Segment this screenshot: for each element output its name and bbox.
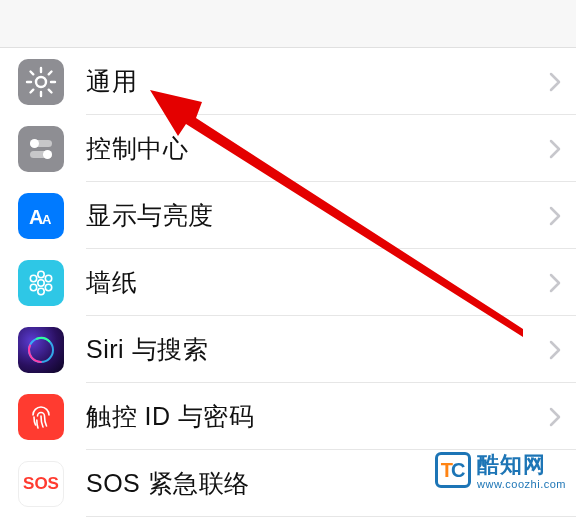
siri-icon xyxy=(18,327,64,373)
watermark-url: www.coozhi.com xyxy=(477,478,566,490)
sos-icon: SOS xyxy=(18,461,64,507)
settings-row-control-center[interactable]: 控制中心 xyxy=(0,115,576,182)
svg-point-8 xyxy=(38,271,44,277)
chevron-right-icon xyxy=(548,71,562,93)
text-size-icon: AA xyxy=(18,193,64,239)
settings-row-label: 控制中心 xyxy=(86,132,548,165)
svg-text:A: A xyxy=(42,212,52,227)
chevron-right-icon xyxy=(548,339,562,361)
settings-row-label: 通用 xyxy=(86,65,548,98)
settings-row-label: 显示与亮度 xyxy=(86,199,548,232)
toggles-icon xyxy=(18,126,64,172)
watermark-logo: TC xyxy=(435,452,471,488)
watermark: TC 酷知网 www.coozhi.com xyxy=(435,450,566,490)
settings-row-display-brightness[interactable]: AA 显示与亮度 xyxy=(0,182,576,249)
header-bar xyxy=(0,0,576,48)
settings-row-touch-id[interactable]: 触控 ID 与密码 xyxy=(0,383,576,450)
settings-list: 通用 控制中心 AA 显示与亮度 xyxy=(0,48,576,517)
settings-row-general[interactable]: 通用 xyxy=(0,48,576,115)
settings-row-siri-search[interactable]: Siri 与搜索 xyxy=(0,316,576,383)
settings-row-label: 墙纸 xyxy=(86,266,548,299)
svg-point-10 xyxy=(30,275,36,281)
fingerprint-icon xyxy=(18,394,64,440)
svg-point-4 xyxy=(43,150,52,159)
chevron-right-icon xyxy=(548,205,562,227)
svg-point-11 xyxy=(45,275,51,281)
svg-point-0 xyxy=(36,77,46,87)
settings-row-label: Siri 与搜索 xyxy=(86,333,548,366)
flower-icon xyxy=(18,260,64,306)
gear-icon xyxy=(18,59,64,105)
chevron-right-icon xyxy=(548,406,562,428)
svg-point-12 xyxy=(30,284,36,290)
svg-point-9 xyxy=(38,288,44,294)
watermark-brand: 酷知网 xyxy=(477,450,546,480)
chevron-right-icon xyxy=(548,138,562,160)
svg-point-13 xyxy=(45,284,51,290)
svg-point-16 xyxy=(26,334,57,365)
svg-point-7 xyxy=(38,279,44,285)
settings-row-label: 触控 ID 与密码 xyxy=(86,400,548,433)
chevron-right-icon xyxy=(548,272,562,294)
settings-row-wallpaper[interactable]: 墙纸 xyxy=(0,249,576,316)
svg-point-2 xyxy=(30,139,39,148)
